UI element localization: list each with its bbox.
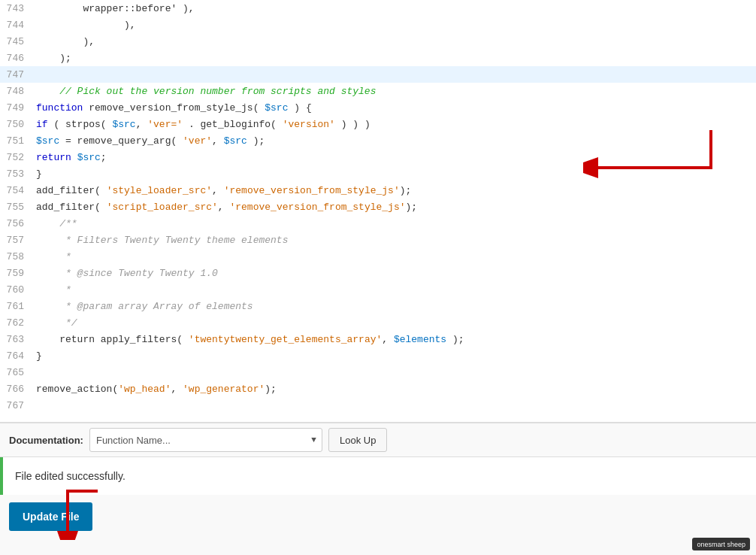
table-row: 763 return apply_filters( 'twentytwenty_… bbox=[0, 331, 756, 347]
table-row: 756 /** bbox=[0, 215, 756, 232]
line-number: 752 bbox=[0, 149, 30, 165]
line-code: wrapper::before' ), bbox=[30, 0, 756, 17]
line-code: */ bbox=[30, 314, 756, 331]
line-code: * @param array Array of elements bbox=[30, 298, 756, 314]
line-code: return $src; bbox=[30, 149, 756, 165]
line-code: * @since Twenty Twenty 1.0 bbox=[30, 265, 756, 281]
table-row: 747 bbox=[0, 66, 756, 83]
lookup-button[interactable]: Look Up bbox=[328, 428, 387, 452]
line-code bbox=[30, 66, 756, 83]
line-code: ), bbox=[30, 33, 756, 50]
line-code: return apply_filters( 'twentytwenty_get_… bbox=[30, 331, 756, 347]
function-name-select[interactable]: Function Name... bbox=[89, 428, 322, 452]
table-row: 751$src = remove_query_arg( 'ver', $src … bbox=[0, 132, 756, 149]
line-code: } bbox=[30, 347, 756, 364]
table-row: 765 bbox=[0, 364, 756, 381]
line-number: 751 bbox=[0, 132, 30, 149]
table-row: 750if ( strpos( $src, 'ver=' . get_blogi… bbox=[0, 116, 756, 132]
line-number: 765 bbox=[0, 364, 30, 381]
table-row: 753} bbox=[0, 165, 756, 182]
line-number: 745 bbox=[0, 33, 30, 50]
bottom-bar: Update File bbox=[0, 495, 756, 555]
documentation-bar: Documentation: Function Name... ▼ Look U… bbox=[0, 423, 756, 457]
line-code bbox=[30, 364, 756, 381]
code-table: 743 wrapper::before' ),744 ),745 ),746 )… bbox=[0, 0, 756, 414]
line-number: 758 bbox=[0, 248, 30, 265]
line-code: function remove_version_from_style_js( $… bbox=[30, 99, 756, 116]
line-number: 755 bbox=[0, 199, 30, 215]
table-row: 754add_filter( 'style_loader_src', 'remo… bbox=[0, 182, 756, 199]
success-text: File edited successfully. bbox=[15, 470, 125, 482]
line-number: 757 bbox=[0, 232, 30, 248]
table-row: 758 * bbox=[0, 248, 756, 265]
table-row: 759 * @since Twenty Twenty 1.0 bbox=[0, 265, 756, 281]
table-row: 749function remove_version_from_style_js… bbox=[0, 99, 756, 116]
table-row: 748 // Pick out the version number from … bbox=[0, 83, 756, 99]
line-code: if ( strpos( $src, 'ver=' . get_bloginfo… bbox=[30, 116, 756, 132]
documentation-label: Documentation: bbox=[9, 435, 83, 446]
watermark-text: onesmart sheep bbox=[697, 541, 745, 548]
line-code: /** bbox=[30, 215, 756, 232]
function-name-select-wrapper[interactable]: Function Name... ▼ bbox=[89, 428, 322, 452]
line-code bbox=[30, 397, 756, 414]
line-number: 762 bbox=[0, 314, 30, 331]
table-row: 755add_filter( 'script_loader_src', 'rem… bbox=[0, 199, 756, 215]
line-number: 748 bbox=[0, 83, 30, 99]
line-number: 766 bbox=[0, 381, 30, 397]
line-number: 747 bbox=[0, 66, 30, 83]
table-row: 762 */ bbox=[0, 314, 756, 331]
line-code: add_filter( 'script_loader_src', 'remove… bbox=[30, 199, 756, 215]
table-row: 764} bbox=[0, 347, 756, 364]
annotation-arrow-2 bbox=[38, 487, 128, 543]
table-row: 743 wrapper::before' ), bbox=[0, 0, 756, 17]
line-code: $src = remove_query_arg( 'ver', $src ); bbox=[30, 132, 756, 149]
line-code: ); bbox=[30, 50, 756, 66]
line-code: * Filters Twenty Twenty theme elements bbox=[30, 232, 756, 248]
table-row: 757 * Filters Twenty Twenty theme elemen… bbox=[0, 232, 756, 248]
line-code: * bbox=[30, 281, 756, 298]
table-row: 746 ); bbox=[0, 50, 756, 66]
table-row: 745 ), bbox=[0, 33, 756, 50]
line-number: 763 bbox=[0, 331, 30, 347]
line-number: 754 bbox=[0, 182, 30, 199]
line-number: 759 bbox=[0, 265, 30, 281]
line-number: 764 bbox=[0, 347, 30, 364]
table-row: 767 bbox=[0, 397, 756, 414]
line-number: 743 bbox=[0, 0, 30, 17]
line-number: 750 bbox=[0, 116, 30, 132]
line-number: 749 bbox=[0, 99, 30, 116]
line-code: remove_action('wp_head', 'wp_generator')… bbox=[30, 381, 756, 397]
line-number: 744 bbox=[0, 17, 30, 33]
code-editor-area[interactable]: 743 wrapper::before' ),744 ),745 ),746 )… bbox=[0, 0, 756, 423]
line-code: // Pick out the version number from scri… bbox=[30, 83, 756, 99]
line-number: 761 bbox=[0, 298, 30, 314]
table-row: 760 * bbox=[0, 281, 756, 298]
table-row: 766remove_action('wp_head', 'wp_generato… bbox=[0, 381, 756, 397]
line-number: 756 bbox=[0, 215, 30, 232]
watermark: onesmart sheep bbox=[692, 538, 750, 550]
line-code: } bbox=[30, 165, 756, 182]
line-number: 746 bbox=[0, 50, 30, 66]
table-row: 752return $src; bbox=[0, 149, 756, 165]
line-code: * bbox=[30, 248, 756, 265]
line-code: ), bbox=[30, 17, 756, 33]
table-row: 744 ), bbox=[0, 17, 756, 33]
table-row: 761 * @param array Array of elements bbox=[0, 298, 756, 314]
line-number: 753 bbox=[0, 165, 30, 182]
line-number: 767 bbox=[0, 397, 30, 414]
line-number: 760 bbox=[0, 281, 30, 298]
line-code: add_filter( 'style_loader_src', 'remove_… bbox=[30, 182, 756, 199]
